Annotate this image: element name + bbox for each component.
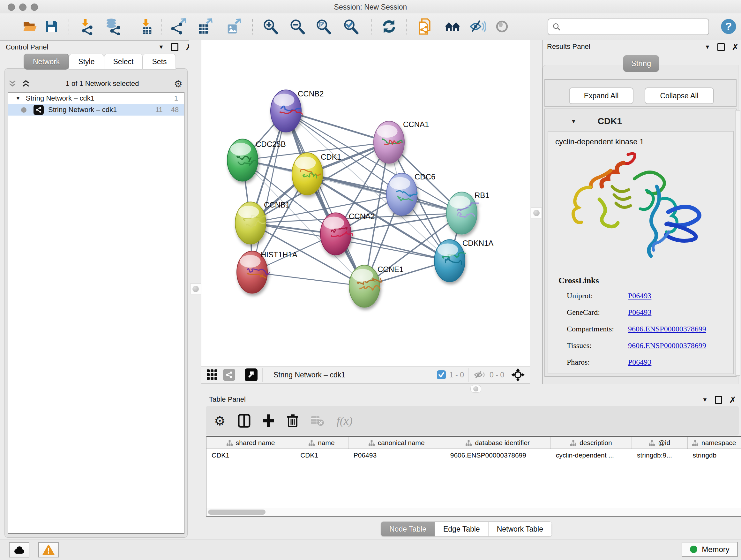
column-header-id[interactable]: @id bbox=[632, 437, 687, 449]
birds-eye-open-icon[interactable] bbox=[245, 368, 258, 381]
birds-eye-toggle-icon[interactable] bbox=[492, 17, 512, 37]
import-table-file-icon[interactable] bbox=[136, 17, 156, 37]
column-header-name[interactable]: name bbox=[295, 437, 348, 449]
column-header-shared-name[interactable]: shared name bbox=[206, 437, 295, 449]
table-settings-gear-icon[interactable]: ⚙ bbox=[214, 414, 226, 428]
network-current-dot-icon bbox=[21, 107, 26, 113]
tab-select[interactable]: Select bbox=[104, 54, 143, 70]
table-horizontal-scrollbar[interactable] bbox=[206, 508, 741, 516]
import-network-file-icon[interactable] bbox=[75, 17, 95, 37]
houses-icon[interactable] bbox=[443, 17, 463, 37]
gene-section-header[interactable]: ▼ CDK1 bbox=[548, 114, 734, 128]
memory-button[interactable]: Memory bbox=[682, 542, 738, 557]
edge-CCNB2-CCNA1[interactable] bbox=[286, 111, 389, 142]
export-table-icon[interactable] bbox=[195, 17, 214, 37]
panel-close-icon[interactable]: ✗ bbox=[732, 44, 739, 51]
panel-float-icon[interactable] bbox=[718, 43, 725, 51]
tab-network[interactable]: Network bbox=[23, 54, 69, 70]
help-icon[interactable]: ? bbox=[719, 17, 738, 37]
open-session-icon[interactable] bbox=[20, 17, 40, 37]
selected-checkbox-icon[interactable] bbox=[436, 370, 446, 380]
hidden-eye-icon[interactable] bbox=[474, 370, 486, 380]
network-view-type-icon[interactable] bbox=[223, 369, 235, 381]
edge-CCNB2-HIST1H1A[interactable] bbox=[252, 111, 286, 272]
expand-all-icon[interactable] bbox=[21, 79, 30, 88]
search-input[interactable] bbox=[561, 22, 703, 31]
crosslink-link[interactable]: 9606.ENSP00000378699 bbox=[628, 341, 706, 350]
scrollbar-thumb[interactable] bbox=[208, 509, 266, 515]
panel-float-icon[interactable] bbox=[715, 396, 722, 404]
right-splitter-handle[interactable] bbox=[531, 207, 542, 219]
panel-collapse-icon[interactable]: ▼ bbox=[704, 44, 711, 51]
network-collection-row[interactable]: ▼ String Network – cdk1 1 bbox=[8, 92, 184, 104]
tab-sets[interactable]: Sets bbox=[143, 54, 176, 70]
search-icon bbox=[552, 22, 561, 31]
column-header-description[interactable]: description bbox=[551, 437, 632, 449]
panel-float-icon[interactable] bbox=[171, 43, 179, 51]
node-RB1[interactable] bbox=[447, 192, 479, 234]
crosslink-label: Pharos: bbox=[567, 358, 628, 367]
table-panel-title: Table Panel bbox=[209, 395, 246, 403]
cloud-status-button[interactable] bbox=[9, 542, 29, 557]
tab-string[interactable]: String bbox=[623, 55, 659, 72]
clone-network-icon[interactable] bbox=[415, 17, 434, 37]
crosslink-link[interactable]: P06493 bbox=[628, 292, 651, 300]
network-canvas[interactable]: CCNB2CCNA1CDC25BCDK1CDC6RB1CCNB1CCNA2CDK… bbox=[201, 40, 530, 366]
zoom-fit-icon[interactable] bbox=[313, 17, 333, 37]
warning-status-button[interactable] bbox=[38, 542, 59, 557]
gear-icon[interactable]: ⚙ bbox=[174, 78, 183, 89]
panel-close-icon[interactable]: ✗ bbox=[729, 397, 737, 403]
edge-CCNB2-CCNE1[interactable] bbox=[286, 111, 364, 287]
zoom-selected-icon[interactable] bbox=[341, 17, 360, 37]
table-row[interactable]: CDK1CDK1P064939606.ENSP00000378699cyclin… bbox=[206, 449, 741, 461]
panel-collapse-icon[interactable]: ▼ bbox=[158, 44, 164, 51]
tab-network-table[interactable]: Network Table bbox=[488, 522, 552, 537]
column-header-database-identifier[interactable]: database identifier bbox=[445, 437, 551, 449]
hide-graphics-details-icon[interactable] bbox=[468, 17, 488, 37]
function-builder-icon[interactable]: f(x) bbox=[337, 414, 353, 428]
delete-table-icon[interactable] bbox=[311, 415, 325, 427]
grid-view-icon[interactable] bbox=[206, 369, 218, 381]
toolbar-search[interactable] bbox=[548, 18, 709, 35]
show-columns-icon[interactable] bbox=[238, 414, 251, 428]
results-scrollbar[interactable] bbox=[736, 110, 740, 376]
crosslink-link[interactable]: P06493 bbox=[628, 358, 651, 367]
left-splitter-handle[interactable] bbox=[190, 284, 201, 294]
collapse-all-button[interactable]: Collapse All bbox=[645, 87, 714, 104]
window-title: Session: New Session bbox=[0, 3, 741, 11]
column-header-canonical-name[interactable]: canonical name bbox=[348, 437, 445, 449]
node-CDK1[interactable] bbox=[292, 153, 323, 195]
node-CDC25B[interactable] bbox=[227, 139, 258, 181]
pan-crosshair-icon[interactable] bbox=[511, 368, 525, 381]
node-label-CDC25B: CDC25B bbox=[256, 140, 286, 148]
horizontal-splitter-handle[interactable] bbox=[470, 385, 481, 393]
delete-column-icon[interactable] bbox=[287, 414, 298, 428]
refresh-icon[interactable] bbox=[379, 17, 399, 37]
node-CCNB1[interactable] bbox=[235, 202, 266, 244]
tab-node-table[interactable]: Node Table bbox=[381, 522, 435, 537]
collapse-all-icon[interactable] bbox=[8, 79, 17, 88]
import-network-database-icon[interactable] bbox=[103, 17, 122, 37]
tab-edge-table[interactable]: Edge Table bbox=[435, 522, 488, 537]
column-header-namespace[interactable]: namespace bbox=[688, 437, 741, 449]
node-CCNE1[interactable] bbox=[349, 265, 381, 307]
node-CCNA1[interactable] bbox=[374, 121, 404, 164]
node-CDKN1A[interactable] bbox=[434, 240, 465, 282]
tree-expand-icon[interactable]: ▼ bbox=[15, 95, 21, 102]
export-network-icon[interactable] bbox=[169, 17, 188, 37]
zoom-out-icon[interactable] bbox=[287, 17, 307, 37]
edge-HIST1H1A-CCNE1[interactable] bbox=[252, 272, 364, 287]
node-CDC6[interactable] bbox=[387, 173, 417, 215]
network-row[interactable]: String Network – cdk1 11 48 bbox=[8, 104, 184, 116]
save-session-icon[interactable] bbox=[42, 17, 61, 37]
edge-CCNA2-CDKN1A[interactable] bbox=[336, 234, 450, 261]
add-column-icon[interactable] bbox=[263, 414, 275, 428]
zoom-in-icon[interactable] bbox=[260, 17, 280, 37]
crosslink-link[interactable]: P06493 bbox=[628, 308, 651, 317]
crosslink-link[interactable]: 9606.ENSP00000378699 bbox=[628, 325, 706, 333]
gene-collapse-icon[interactable]: ▼ bbox=[570, 118, 577, 125]
tab-style[interactable]: Style bbox=[69, 54, 104, 70]
panel-collapse-icon[interactable]: ▼ bbox=[702, 396, 708, 403]
export-image-icon[interactable] bbox=[223, 17, 243, 37]
expand-all-button[interactable]: Expand All bbox=[569, 87, 633, 104]
